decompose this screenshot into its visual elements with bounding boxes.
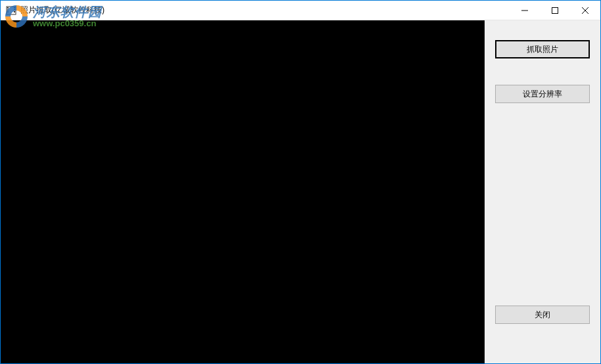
content-area: 抓取照片 设置分辨率 关闭 (1, 20, 600, 363)
svg-rect-3 (7, 11, 9, 12)
sidebar: 抓取照片 设置分辨率 关闭 (485, 20, 600, 363)
titlebar-left: 照片抓取(亿诚软控科技) (6, 5, 105, 16)
svg-rect-4 (14, 7, 15, 9)
titlebar-controls (510, 1, 600, 20)
application-window: 照片抓取(亿诚软控科技) 抓取照片 (0, 0, 601, 364)
svg-rect-8 (552, 7, 558, 13)
window-title: 照片抓取(亿诚软控科技) (20, 5, 105, 16)
svg-rect-2 (7, 9, 9, 11)
app-icon (6, 5, 16, 16)
maximize-icon (552, 7, 558, 14)
close-button[interactable]: 关闭 (495, 306, 590, 324)
capture-photo-button[interactable]: 抓取照片 (495, 40, 590, 58)
minimize-button[interactable] (510, 1, 540, 20)
close-icon (582, 7, 589, 14)
minimize-icon (521, 7, 528, 14)
set-resolution-button[interactable]: 设置分辨率 (495, 85, 590, 103)
maximize-button[interactable] (540, 1, 570, 20)
camera-preview (1, 20, 485, 363)
svg-rect-6 (14, 11, 15, 12)
titlebar: 照片抓取(亿诚软控科技) (1, 1, 600, 20)
close-window-button[interactable] (570, 1, 600, 20)
svg-rect-5 (14, 9, 15, 11)
svg-rect-1 (7, 7, 9, 9)
